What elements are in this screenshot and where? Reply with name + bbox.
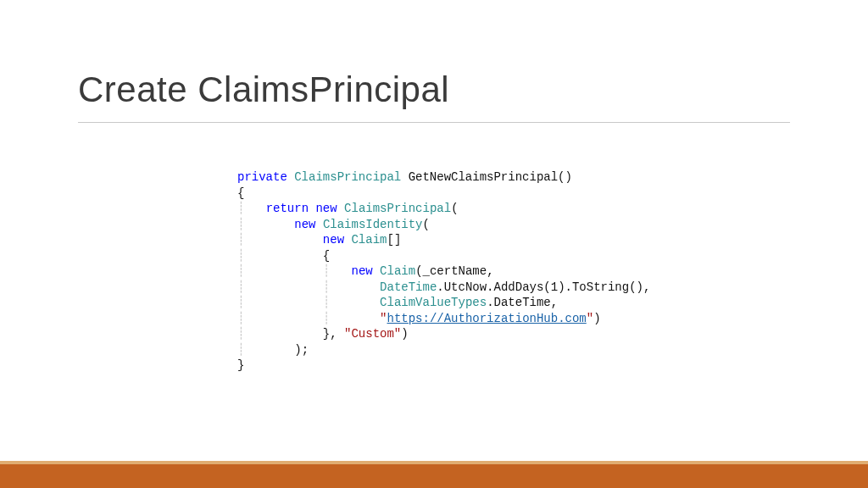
slide: Create ClaimsPrincipal private ClaimsPri… (0, 0, 868, 488)
type-datetime: DateTime (380, 280, 437, 294)
claim-args: (_certName, (415, 264, 493, 278)
title-block: Create ClaimsPrincipal (78, 69, 790, 123)
paren-close: ) (593, 312, 600, 325)
kw-new: new (315, 202, 337, 215)
type-claim: Claim (351, 233, 387, 247)
str-custom: "Custom" (344, 327, 401, 341)
cvt-rest: .DateTime, (487, 296, 558, 309)
url-literal: https://AuthorizationHub.com (387, 312, 587, 325)
paren: ( (451, 202, 458, 215)
type-claimsprincipal-2: ClaimsPrincipal (344, 202, 451, 215)
stmt-close: ); (294, 343, 309, 357)
slide-title: Create ClaimsPrincipal (78, 69, 790, 110)
kw-new-2: new (294, 218, 315, 231)
datetime-chain: .UtcNow.AddDays(1).ToString(), (437, 280, 650, 294)
type-claimvaluetypes: ClaimValueTypes (380, 296, 487, 309)
paren-2: ( (423, 218, 430, 231)
brace-close-comma: }, (323, 327, 344, 341)
footer-accent-main (0, 464, 868, 488)
code-snippet: private ClaimsPrincipal GetNewClaimsPrin… (237, 169, 650, 374)
kw-return: return (266, 202, 309, 215)
footer-bar (0, 461, 868, 488)
kw-new-3: new (323, 233, 344, 247)
brace-close: } (237, 358, 244, 372)
brace-open-2: { (323, 249, 330, 263)
kw-new-4: new (351, 264, 372, 278)
paren-close-2: ) (401, 327, 408, 341)
kw-private: private (237, 170, 287, 184)
array-brackets: [] (387, 233, 401, 247)
type-claimsidentity: ClaimsIdentity (323, 218, 423, 231)
brace-open: { (237, 186, 244, 200)
str-quote-open: " (380, 312, 387, 325)
method-name: GetNewClaimsPrincipal() (409, 170, 572, 184)
type-claim-2: Claim (380, 264, 415, 278)
str-quote-close: " (587, 312, 593, 325)
title-underline (78, 122, 790, 123)
type-claimsprincipal: ClaimsPrincipal (294, 170, 401, 184)
